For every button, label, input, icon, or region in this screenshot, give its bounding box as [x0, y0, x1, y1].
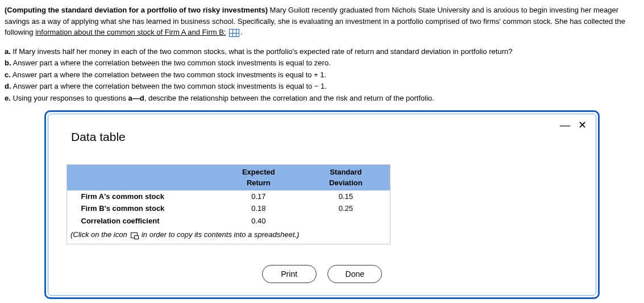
question-b: b. Answer part a where the correlation b… [5, 57, 639, 69]
header-stddev: StandardDeviation [302, 165, 389, 190]
row-expected: 0.40 [215, 215, 302, 227]
question-e: e. Using your responses to questions a—d… [5, 93, 639, 104]
print-button[interactable]: Print [262, 265, 317, 283]
q-e-text2: , describe the relationship between the … [144, 94, 434, 102]
intro-bold: (Computing the standard deviation for a … [5, 6, 268, 14]
data-table-modal: — ✕ Data table ExpectedReturn StandardDe… [44, 110, 600, 299]
hint-post: in order to copy its contents into a spr… [139, 230, 299, 239]
modal-title: Data table [71, 128, 583, 146]
q-d-text: Answer part a where the correlation betw… [11, 82, 327, 90]
modal-inner: — ✕ Data table ExpectedReturn StandardDe… [48, 114, 596, 296]
copy-icon[interactable] [131, 233, 138, 238]
q-b-text: Answer part a where the correlation betw… [11, 59, 331, 67]
row-label: Correlation coefficient [68, 215, 215, 227]
q-c-text: Answer part a where the correlation betw… [11, 70, 326, 79]
data-table: ExpectedReturn StandardDeviation Firm A'… [67, 165, 390, 227]
table-row: Correlation coefficient 0.40 [68, 215, 390, 227]
q-b-label: b. [5, 59, 11, 67]
row-expected: 0.17 [215, 190, 302, 202]
modal-buttons: Print Done [61, 265, 583, 283]
row-stddev: 0.15 [302, 190, 389, 202]
minimize-button[interactable]: — [560, 120, 570, 130]
table-row: Firm B's common stock 0.18 0.25 [68, 202, 390, 215]
q-a-text: If Mary invests half her money in each o… [11, 47, 513, 56]
question-list: a. If Mary invests half her money in eac… [5, 46, 639, 104]
done-button[interactable]: Done [327, 265, 382, 283]
intro-underlined: information about the common stock of Fi… [35, 28, 226, 36]
question-a: a. If Mary invests half her money in eac… [5, 46, 639, 57]
row-stddev: 0.25 [302, 202, 389, 215]
q-e-range: a—d [128, 94, 144, 102]
row-label: Firm B's common stock [68, 202, 215, 215]
q-a-label: a. [5, 47, 11, 56]
close-button[interactable]: ✕ [578, 120, 587, 130]
q-d-label: d. [5, 82, 11, 90]
data-table-link-icon[interactable] [229, 29, 239, 37]
row-stddev [302, 215, 389, 227]
intro-trail: . [240, 28, 243, 36]
problem-intro: (Computing the standard deviation for a … [5, 5, 639, 38]
row-label: Firm A's common stock [68, 190, 215, 202]
header-blank [68, 165, 215, 190]
q-e-text1: Using your responses to questions [11, 94, 128, 102]
row-expected: 0.18 [215, 202, 302, 215]
table-row: Firm A's common stock 0.17 0.15 [68, 190, 390, 202]
header-expected: ExpectedReturn [215, 165, 302, 190]
table-header-row: ExpectedReturn StandardDeviation [68, 165, 390, 190]
question-d: d. Answer part a where the correlation b… [5, 81, 639, 92]
hint-pre: (Click on the icon [70, 230, 129, 239]
q-e-label: e. [5, 94, 11, 102]
copy-hint: (Click on the icon in order to copy its … [67, 227, 390, 244]
q-c-label: c. [5, 70, 11, 79]
modal-controls: — ✕ [560, 120, 587, 130]
data-table-container: ExpectedReturn StandardDeviation Firm A'… [67, 164, 390, 244]
question-c: c. Answer part a where the correlation b… [5, 69, 639, 81]
